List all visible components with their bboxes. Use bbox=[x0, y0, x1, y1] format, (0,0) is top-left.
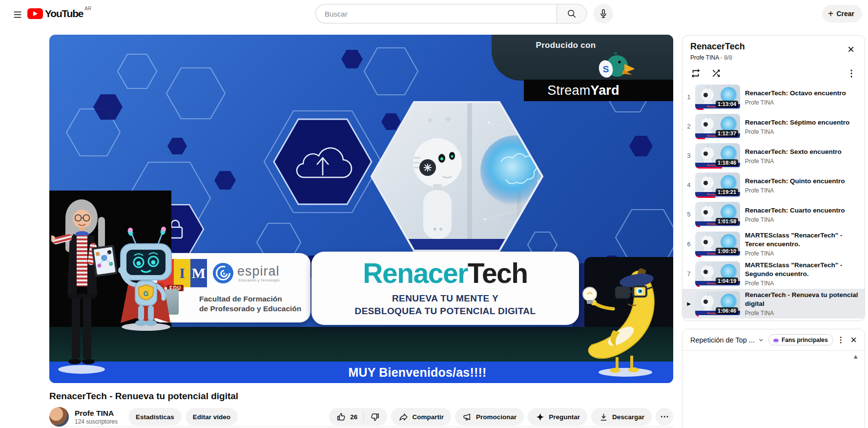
scroll-top-icon[interactable]: ▲ bbox=[852, 353, 859, 360]
thumbnail-robot-graphic bbox=[701, 88, 714, 101]
watch-progress-bar bbox=[695, 196, 740, 198]
duration-badge: 1:04:19 bbox=[716, 278, 738, 284]
playlist-item-title: MARTESclass "RenacerTech" - Tercer encue… bbox=[745, 231, 861, 249]
chat-close-icon[interactable]: × bbox=[847, 334, 860, 346]
dislike-button[interactable] bbox=[364, 408, 387, 426]
playlist-panel: RenacerTech Profe TINA - 8/8 × bbox=[682, 35, 865, 321]
playlist-item-title: MARTESclass "RenacerTech" - Segundo encu… bbox=[745, 261, 861, 278]
duration-badge: 1:01:58 bbox=[716, 218, 738, 225]
chat-menu-icon[interactable]: ⋮ bbox=[834, 333, 847, 346]
like-button[interactable]: 26 bbox=[329, 408, 363, 426]
espiral-spiral-icon bbox=[212, 262, 234, 284]
channel-name[interactable]: Profe TINA bbox=[75, 409, 118, 418]
chat-replay-panel: Repetición de Top ... Fans principales ⋮… bbox=[682, 329, 865, 428]
playlist-menu-icon[interactable]: ⋮ bbox=[847, 68, 856, 79]
chat-header: Repetición de Top ... Fans principales ⋮… bbox=[682, 329, 865, 351]
duration-badge: 1:18:46 bbox=[716, 159, 738, 166]
playlist-item-index: 2 bbox=[682, 123, 695, 130]
thumbs-down-icon bbox=[370, 412, 380, 422]
playlist-header: RenacerTech Profe TINA - 8/8 × bbox=[682, 36, 865, 63]
download-button[interactable]: Descargar bbox=[591, 408, 652, 426]
video-thumbnail: RenacerTech 1:12:37 bbox=[695, 114, 740, 139]
stats-button[interactable]: Estadísticas bbox=[128, 408, 182, 426]
playlist-item-title: RenacerTech - Renueva tu potencial digit… bbox=[745, 291, 861, 308]
loop-icon[interactable] bbox=[690, 68, 701, 79]
video-player[interactable]: Producido con S StreamYard MUY Bienvenid… bbox=[49, 35, 673, 383]
playlist-item[interactable]: 4 RenacerTech 1:19:21 RenacerTech: Quint… bbox=[682, 171, 865, 200]
ask-button[interactable]: Preguntar bbox=[528, 408, 587, 426]
megaphone-icon bbox=[462, 412, 473, 422]
watch-progress-bar bbox=[695, 315, 740, 317]
plus-icon: + bbox=[828, 9, 834, 19]
playlist-item-index: 1 bbox=[682, 94, 695, 101]
svg-text:G: G bbox=[144, 290, 149, 298]
playlist-item-title: RenacerTech: Séptimo encuentro bbox=[745, 118, 849, 127]
video-thumbnail: RenacerTech 1:00:10 bbox=[695, 232, 740, 257]
video-title: RenacerTech - Renueva tu potencial digit… bbox=[49, 391, 673, 402]
streamyard-wordmark: StreamYard bbox=[510, 83, 657, 98]
welcome-text: MUY Bienvenidos/as!!!! bbox=[348, 365, 486, 380]
chat-title: Repetición de Top ... bbox=[690, 336, 755, 344]
create-button[interactable]: + Crear bbox=[822, 5, 862, 22]
video-thumbnail: RenacerTech 1:13:04 bbox=[695, 85, 740, 110]
youtube-play-icon bbox=[27, 8, 43, 19]
playlist-title: RenacerTech bbox=[690, 42, 857, 52]
thumbnail-robot-graphic bbox=[701, 295, 714, 308]
search-icon bbox=[566, 8, 577, 19]
watch-progress-bar bbox=[695, 167, 740, 169]
playlist-item[interactable]: 1 RenacerTech 1:13:04 RenacerTech: Octav… bbox=[682, 83, 865, 112]
playlist-item-channel: Profe TINA bbox=[745, 310, 861, 317]
menu-icon[interactable] bbox=[8, 5, 27, 24]
playlist-item[interactable]: ▶ RenacerTech 1:06:46 RenacerTech - Renu… bbox=[682, 289, 865, 319]
thumbnail-robot-graphic bbox=[701, 265, 714, 278]
main-column: Producido con S StreamYard MUY Bienvenid… bbox=[49, 35, 673, 427]
promote-button[interactable]: Promocionar bbox=[455, 408, 524, 426]
playlist-item[interactable]: 6 RenacerTech 1:00:10 MARTESclass "Renac… bbox=[682, 229, 865, 259]
thumbnail-robot-graphic bbox=[701, 118, 714, 130]
shuffle-icon[interactable] bbox=[711, 68, 722, 79]
duration-badge: 1:06:46 bbox=[716, 307, 738, 314]
watch-progress-bar bbox=[695, 108, 740, 110]
like-count: 26 bbox=[350, 413, 357, 421]
edit-video-button[interactable]: Editar video bbox=[186, 408, 238, 426]
voice-search-button[interactable] bbox=[594, 4, 613, 23]
search-input[interactable] bbox=[315, 4, 557, 23]
chevron-down-icon bbox=[758, 337, 765, 343]
sidebar: RenacerTech Profe TINA - 8/8 × bbox=[682, 35, 865, 428]
playlist-item[interactable]: 7 RenacerTech 1:04:19 MARTESclass "Renac… bbox=[682, 259, 865, 289]
youtube-watch-page: YouTube AR + Crear bbox=[0, 0, 868, 428]
playlist-item[interactable]: 5 RenacerTech 1:01:58 RenacerTech: Cuart… bbox=[682, 200, 865, 229]
section-divider bbox=[49, 427, 673, 427]
thumbnail-robot-graphic bbox=[701, 147, 714, 160]
playlist-item-title: RenacerTech: Sexto encuentro bbox=[745, 148, 842, 156]
playlist-item-index: 3 bbox=[682, 152, 695, 159]
youtube-logo[interactable]: YouTube AR bbox=[27, 7, 91, 20]
renacertech-tagline: RENUEVA TU MENTE Y DESBLOQUEA TU POTENCI… bbox=[355, 292, 536, 317]
cloud-hexagon bbox=[274, 119, 372, 204]
top-fans-badge[interactable]: Fans principales bbox=[768, 334, 833, 345]
video-thumbnail: RenacerTech 1:19:21 bbox=[695, 172, 740, 198]
share-button[interactable]: Compartir bbox=[391, 408, 451, 426]
playlist-item[interactable]: 2 RenacerTech 1:12:37 RenacerTech: Sépti… bbox=[682, 112, 865, 141]
playlist-controls: ⋮ bbox=[682, 63, 865, 83]
playlist-close-icon[interactable]: × bbox=[842, 41, 860, 58]
more-actions-icon[interactable]: ⋯ bbox=[656, 408, 673, 426]
robot-mascot: G bbox=[112, 226, 180, 331]
playlist-item[interactable]: 3 RenacerTech 1:18:46 RenacerTech: Sexto… bbox=[682, 141, 865, 171]
thumbnail-robot-graphic bbox=[701, 176, 714, 189]
playlist-item-index: 4 bbox=[682, 182, 695, 189]
duration-badge: 1:00:10 bbox=[716, 248, 738, 255]
playlist-item-title: RenacerTech: Octavo encuentro bbox=[745, 89, 846, 98]
channel-avatar[interactable] bbox=[49, 407, 69, 427]
search-button[interactable] bbox=[557, 4, 587, 23]
playlist-item-index: 6 bbox=[682, 241, 695, 248]
espiral-logo: espiral Educación y Tecnología bbox=[212, 262, 280, 284]
create-button-label: Crear bbox=[836, 10, 854, 18]
thumbs-up-icon bbox=[336, 412, 347, 422]
like-dislike-group: 26 bbox=[329, 408, 387, 426]
svg-text:S: S bbox=[603, 64, 609, 74]
chat-mode-dropdown[interactable]: Repetición de Top ... bbox=[690, 336, 765, 344]
video-thumbnail: RenacerTech 1:06:46 bbox=[695, 291, 740, 317]
playlist-item-index: 5 bbox=[682, 211, 695, 218]
robot-brain-photo-hexagon bbox=[372, 91, 551, 252]
